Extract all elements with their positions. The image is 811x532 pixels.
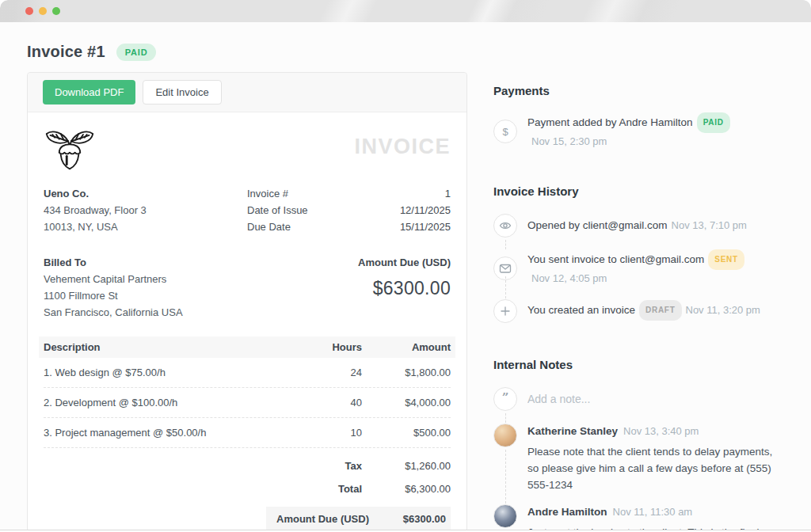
eye-icon xyxy=(493,214,517,238)
envelope-icon xyxy=(493,256,517,280)
billed-to-line3: San Francisco, California USA xyxy=(44,304,183,321)
row-description: 1. Web design @ $75.00/h xyxy=(44,367,291,378)
tax-label: Tax xyxy=(44,460,362,472)
avatar-andre-hamilton xyxy=(493,504,517,528)
download-pdf-button[interactable]: Download PDF xyxy=(43,80,135,104)
total-value: $6,300.00 xyxy=(362,483,451,495)
table-row: 1. Web design @ $75.00/h 24 $1,800.00 xyxy=(44,358,451,388)
note-item: Katherine StanleyNov 13, 3:40 pm Please … xyxy=(493,424,784,504)
header-description: Description xyxy=(44,341,291,353)
amount-due-total-value: $6300.00 xyxy=(403,513,446,525)
add-note-row: ” xyxy=(493,387,784,424)
total-label: Total xyxy=(44,483,362,495)
note-author: Katherine Stanley xyxy=(527,425,618,437)
edit-invoice-button[interactable]: Edit Invoice xyxy=(143,80,221,104)
history-timestamp: Nov 12, 4:05 pm xyxy=(531,272,607,284)
row-amount: $1,800.00 xyxy=(362,367,451,378)
amount-due-label: Amount Due (USD) xyxy=(358,254,451,271)
invoice-number-value: 1 xyxy=(445,185,451,202)
history-text: You created an invoice xyxy=(527,304,635,316)
add-note-input[interactable] xyxy=(527,393,784,405)
history-timestamp: Nov 11, 3:20 pm xyxy=(686,304,760,316)
minimize-window-button[interactable] xyxy=(39,7,47,15)
payment-timestamp: Nov 15, 2:30 pm xyxy=(531,135,607,147)
note-author: Andre Hamilton xyxy=(527,506,607,518)
header-hours: Hours xyxy=(291,341,362,353)
invoice-history-section: Invoice History Opened by client@gmail.c… xyxy=(493,184,784,336)
amount-due-block: Amount Due (USD) $6300.00 xyxy=(358,254,451,321)
payment-item: $ Payment added by Andre HamiltonPAIDNov… xyxy=(493,113,784,162)
row-description: 3. Project management @ $50.00/h xyxy=(44,427,291,439)
draft-badge: DRAFT xyxy=(639,300,681,321)
row-amount: $500.00 xyxy=(362,427,451,439)
due-date-row: Due Date 15/11/2025 xyxy=(247,218,451,235)
history-text: Opened by client@gmail.com xyxy=(527,219,668,231)
note-timestamp: Nov 13, 3:40 pm xyxy=(623,425,699,437)
row-description: 2. Development @ $100.00/h xyxy=(44,397,291,408)
invoice-number-row: Invoice # 1 xyxy=(247,185,451,202)
billed-to-line2: 1100 Fillmore St xyxy=(44,287,183,304)
payment-text: Payment added by Andre Hamilton xyxy=(527,116,693,128)
row-hours: 10 xyxy=(291,427,362,439)
company-address-line2: 10013, NY, USA xyxy=(44,218,247,235)
company-name: Ueno Co. xyxy=(44,185,247,202)
total-row: Total $6,300.00 xyxy=(44,477,451,500)
history-item: You sent invoice to client@gmail.comSENT… xyxy=(493,250,784,299)
due-date-label: Due Date xyxy=(247,218,291,235)
amount-due-value: $6300.00 xyxy=(358,278,451,299)
note-text: Please note that the client tends to del… xyxy=(527,443,784,493)
billed-to-line1: Vehement Capital Partners xyxy=(44,271,183,287)
activity-panel: Payments $ Payment added by Andre Hamilt… xyxy=(493,36,784,530)
invoice-panel: Invoice #1 PAID Download PDF Edit Invoic… xyxy=(27,36,467,530)
row-hours: 40 xyxy=(291,397,362,408)
page-title: Invoice #1 xyxy=(27,43,105,61)
history-item: Opened by client@gmail.comNov 13, 7:10 p… xyxy=(493,214,784,250)
invoice-document: INVOICE Ueno Co. 434 Broadway, Floor 3 1… xyxy=(28,112,466,530)
page-header: Invoice #1 PAID xyxy=(27,43,467,61)
window-controls xyxy=(25,7,60,15)
invoice-number-label: Invoice # xyxy=(247,185,288,202)
header-amount: Amount xyxy=(362,341,451,353)
dollar-icon: $ xyxy=(493,120,517,143)
note-text: Just sent the invoice to the client. Thi… xyxy=(527,524,784,530)
company-address: Ueno Co. 434 Broadway, Floor 3 10013, NY… xyxy=(44,185,247,235)
invoice-status-badge: PAID xyxy=(116,44,157,61)
table-header-row: Description Hours Amount xyxy=(39,336,455,358)
date-of-issue-row: Date of Issue 12/11/2025 xyxy=(247,202,451,218)
sent-badge: SENT xyxy=(708,249,744,270)
row-hours: 24 xyxy=(291,367,362,378)
invoice-meta: Invoice # 1 Date of Issue 12/11/2025 Due… xyxy=(247,185,451,235)
main-content: Invoice #1 PAID Download PDF Edit Invoic… xyxy=(0,22,811,530)
invoice-card: Download PDF Edit Invoice xyxy=(27,72,467,530)
quote-icon: ” xyxy=(493,387,517,411)
close-window-button[interactable] xyxy=(25,7,33,15)
company-logo-acorn xyxy=(44,125,96,171)
totals-section: Tax $1,260.00 Total $6,300.00 Amount Due… xyxy=(44,448,451,530)
tax-row: Tax $1,260.00 xyxy=(44,454,451,477)
payments-section: Payments $ Payment added by Andre Hamilt… xyxy=(493,84,784,162)
billed-to-block: Billed To Vehement Capital Partners 1100… xyxy=(44,254,183,321)
table-row: 2. Development @ $100.00/h 40 $4,000.00 xyxy=(44,388,451,418)
company-address-line1: 434 Broadway, Floor 3 xyxy=(44,202,247,218)
window-titlebar xyxy=(0,0,811,22)
table-row: 3. Project management @ $50.00/h 10 $500… xyxy=(44,418,451,448)
history-text: You sent invoice to client@gmail.com xyxy=(527,253,704,265)
tax-value: $1,260.00 xyxy=(362,460,451,472)
plus-icon xyxy=(493,299,517,323)
note-timestamp: Nov 11, 11:30 am xyxy=(613,506,693,518)
history-item: You created an invoiceDRAFTNov 11, 3:20 … xyxy=(493,299,784,336)
paid-badge: PAID xyxy=(697,112,730,133)
amount-due-total-row: Amount Due (USD) $6300.00 xyxy=(266,507,451,530)
zoom-window-button[interactable] xyxy=(52,7,60,15)
invoice-history-title: Invoice History xyxy=(493,184,784,198)
date-of-issue-label: Date of Issue xyxy=(247,202,308,218)
row-amount: $4,000.00 xyxy=(362,397,451,408)
payments-title: Payments xyxy=(493,84,784,97)
internal-notes-title: Internal Notes xyxy=(493,358,784,371)
internal-notes-section: Internal Notes ” Katherine StanleyNov 13… xyxy=(493,358,784,530)
avatar-katherine-stanley xyxy=(493,424,517,447)
line-items-table: Description Hours Amount 1. Web design @… xyxy=(44,336,451,530)
history-timestamp: Nov 13, 7:10 pm xyxy=(672,219,747,231)
invoice-toolbar: Download PDF Edit Invoice xyxy=(28,73,466,112)
app-window: Invoice #1 PAID Download PDF Edit Invoic… xyxy=(0,0,811,530)
